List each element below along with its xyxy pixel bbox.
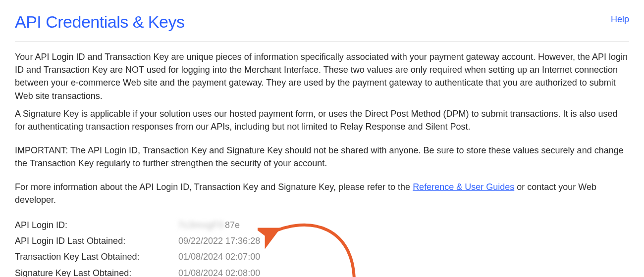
page-title: API Credentials & Keys <box>15 10 184 34</box>
paragraph-important: IMPORTANT: The API Login ID, Transaction… <box>15 144 629 170</box>
visible-portion: 87e <box>225 220 240 230</box>
paragraph-more-info: For more information about the API Login… <box>15 181 629 206</box>
label-api-login-id-last-obtained: API Login ID Last Obtained: <box>15 234 178 247</box>
more-info-prefix: For more information about the API Login… <box>15 182 413 192</box>
value-transaction-key-last-obtained: 01/08/2024 02:07:00 <box>178 250 260 263</box>
value-signature-key-last-obtained: 01/08/2024 02:08:00 <box>178 267 260 277</box>
label-transaction-key-last-obtained: Transaction Key Last Obtained: <box>15 250 178 263</box>
help-link[interactable]: Help <box>611 13 629 26</box>
row-transaction-key-last-obtained: Transaction Key Last Obtained: 01/08/202… <box>15 249 629 265</box>
paragraph-signature: A Signature Key is applicable if your so… <box>15 107 629 133</box>
header-row: API Credentials & Keys Help <box>15 10 629 42</box>
paragraph-intro: Your API Login ID and Transaction Key ar… <box>15 50 629 102</box>
row-api-login-id-last-obtained: API Login ID Last Obtained: 09/22/2022 1… <box>15 233 629 249</box>
body-text: Your API Login ID and Transaction Key ar… <box>15 50 629 206</box>
row-signature-key-last-obtained: Signature Key Last Obtained: 01/08/2024 … <box>15 265 629 277</box>
masked-portion: 7c3mvgF0 <box>178 220 224 230</box>
row-api-login-id: API Login ID: 7c3mvgF087e <box>15 217 629 233</box>
value-api-login-id: 7c3mvgF087e <box>178 219 240 231</box>
credentials-table: API Login ID: 7c3mvgF087e API Login ID L… <box>15 217 629 277</box>
reference-guides-link[interactable]: Reference & User Guides <box>413 182 514 192</box>
label-signature-key-last-obtained: Signature Key Last Obtained: <box>15 267 178 277</box>
label-api-login-id: API Login ID: <box>15 219 178 231</box>
value-api-login-id-last-obtained: 09/22/2022 17:36:28 <box>178 234 260 247</box>
